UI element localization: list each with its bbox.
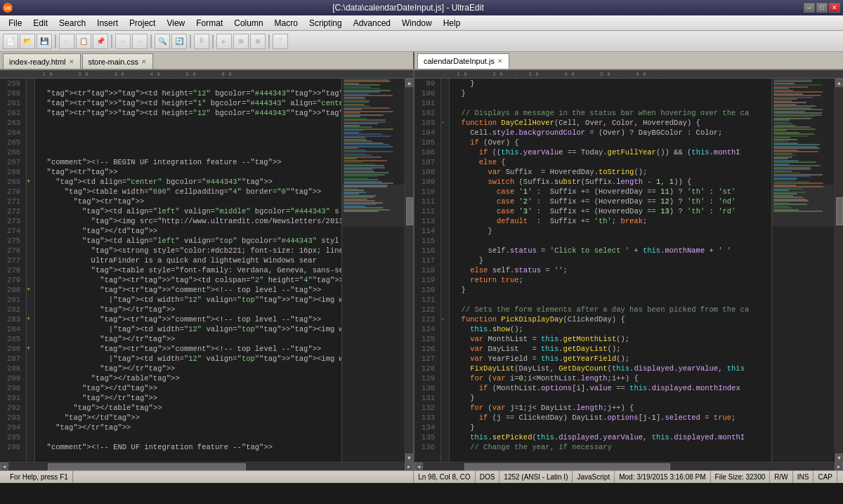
code-line[interactable]: "tag"><tr"tag">>"comment"><!-- top level… (38, 285, 339, 295)
fold-indicator[interactable] (27, 88, 34, 98)
code-line[interactable]: UltraFinder is a quick and lightweight W… (38, 256, 339, 265)
fold-indicator[interactable] (441, 324, 449, 334)
fold-indicator[interactable]: - (441, 314, 449, 324)
fold-indicator[interactable] (27, 256, 34, 265)
right-hscroll-left[interactable]: ◀ (414, 463, 423, 471)
fold-indicator[interactable] (441, 442, 449, 452)
menu-scripting[interactable]: Scripting (303, 17, 348, 29)
code-line[interactable]: if (j == ClickedDay) DayList.options[j-1… (452, 413, 769, 423)
fold-indicator[interactable] (27, 265, 34, 275)
right-scroll-track[interactable] (836, 87, 843, 453)
code-line[interactable]: "tag"></td"tag">> (38, 413, 339, 423)
fold-indicator[interactable] (441, 128, 449, 138)
fold-indicator[interactable] (27, 216, 34, 226)
fold-indicator[interactable] (441, 403, 449, 413)
code-line[interactable] (38, 432, 339, 442)
code-line[interactable]: default : Suffix += 'th'; break; (452, 216, 769, 226)
tab-store-main[interactable]: store-main.css ✕ (82, 53, 154, 69)
right-vscroll[interactable]: ▲ ▼ (835, 79, 843, 462)
code-line[interactable]: return true; (452, 275, 769, 285)
fold-indicator[interactable] (441, 187, 449, 197)
fold-indicator[interactable]: + (27, 344, 34, 354)
code-line[interactable]: "tag"><table width="696" cellpadding="4"… (38, 187, 339, 197)
code-line[interactable]: if ((this.yearValue == Today.getFullYear… (452, 147, 769, 157)
left-scroll-thumb[interactable] (406, 197, 413, 225)
tb-btn-extra2[interactable]: ⏹ (233, 34, 249, 49)
right-hscroll-track[interactable] (423, 463, 835, 470)
fold-indicator[interactable] (441, 138, 449, 147)
tab-close-index-ready[interactable]: ✕ (69, 58, 74, 65)
code-line[interactable]: case '3' : Suffix += (HoveredDay == 13) … (452, 206, 769, 216)
left-scroll-up[interactable]: ▲ (405, 79, 414, 87)
fold-indicator[interactable] (27, 226, 34, 236)
fold-indicator[interactable] (441, 423, 449, 432)
code-line[interactable]: "tag"><tr"tag">>"tag"><td height="1" bgc… (38, 98, 339, 108)
menu-insert[interactable]: Insert (91, 17, 124, 29)
code-line[interactable]: if (MonthList.options[i].value == this.d… (452, 383, 769, 393)
fold-indicator[interactable] (441, 197, 449, 206)
fold-indicator[interactable] (441, 265, 449, 275)
fold-indicator[interactable] (441, 206, 449, 216)
code-line[interactable]: case '1' : Suffix += (HoveredDay == 11) … (452, 187, 769, 197)
code-line[interactable] (38, 118, 339, 128)
code-line[interactable]: "tag"><tr"tag">>"comment"><!-- top level… (38, 344, 339, 354)
find-button[interactable]: 🔍 (155, 34, 170, 49)
menu-view[interactable]: View (161, 17, 190, 29)
code-line[interactable]: "tag"><tr"tag">> (38, 197, 339, 206)
menu-search[interactable]: Search (53, 17, 91, 29)
fold-indicator[interactable]: + (27, 314, 34, 324)
code-line[interactable]: // Change the year, if necessary (452, 442, 769, 452)
tab-index-ready[interactable]: index-ready.html ✕ (3, 53, 81, 69)
close-button[interactable]: ✕ (829, 3, 840, 13)
code-line[interactable]: "tag"><tr"tag">>"tag"><td height="12" bg… (38, 88, 339, 98)
code-line[interactable]: } (452, 256, 769, 265)
fold-indicator[interactable] (441, 344, 449, 354)
fold-indicator[interactable] (27, 373, 34, 383)
fold-indicator[interactable] (441, 236, 449, 246)
code-line[interactable]: // Sets the form elements after a day ha… (452, 305, 769, 314)
fold-indicator[interactable] (441, 177, 449, 187)
fold-indicator[interactable] (27, 413, 34, 423)
save-button[interactable]: 💾 (37, 34, 52, 49)
fold-indicator[interactable] (27, 118, 34, 128)
fold-indicator[interactable] (27, 432, 34, 442)
code-line[interactable]: } (452, 285, 769, 295)
fold-indicator[interactable] (441, 413, 449, 423)
tab-calendar-date[interactable]: calendarDateInput.js ✕ (417, 53, 509, 69)
replace-button[interactable]: 🔄 (171, 34, 187, 49)
fold-indicator[interactable] (27, 197, 34, 206)
code-line[interactable]: "tag"><tr"tag">> (38, 167, 339, 177)
code-line[interactable]: if (Over) { (452, 138, 769, 147)
menu-edit[interactable]: Edit (27, 17, 53, 29)
fold-indicator[interactable] (27, 246, 34, 256)
fold-indicator[interactable] (27, 167, 34, 177)
code-line[interactable]: } (452, 226, 769, 236)
code-line[interactable]: var YearField = this.getYearField(); (452, 354, 769, 364)
code-line[interactable]: "comment"><!-- END UF integration featur… (38, 442, 339, 452)
code-line[interactable]: FixDayList(DayList, GetDayCount(this.dis… (452, 364, 769, 373)
code-line[interactable]: "tag"><td align="left" valign="top" bgco… (38, 236, 339, 246)
fold-indicator[interactable] (27, 442, 34, 452)
fold-indicator[interactable] (441, 226, 449, 236)
code-line[interactable]: "tag"></table"tag">> (38, 403, 339, 413)
left-hscroll-track[interactable] (8, 463, 405, 470)
left-scroll-track[interactable] (406, 87, 413, 453)
code-line[interactable]: } (452, 88, 769, 98)
code-line[interactable]: var MonthList = this.getMonthList(); (452, 334, 769, 344)
copy-button[interactable]: 📋 (76, 34, 91, 49)
fold-indicator[interactable] (27, 334, 34, 344)
minimize-button[interactable]: ─ (804, 3, 815, 13)
code-line[interactable]: "tag"></tr"tag">> (38, 334, 339, 344)
tb-btn-question[interactable]: ? (273, 34, 288, 49)
code-line[interactable]: for (var j=1;j< DayList.length;j++) { (452, 403, 769, 413)
right-hscroll-right[interactable]: ▶ (835, 463, 843, 471)
code-line[interactable]: "tag"><strong style="color:#dcb221; font… (38, 246, 339, 256)
code-line[interactable]: var DayList = this.getDayList(); (452, 344, 769, 354)
code-line[interactable]: "tag"><tr"tag">>"tag"><td colspan="2" he… (38, 275, 339, 285)
fold-indicator[interactable] (441, 364, 449, 373)
code-line[interactable]: "tag"><tr"tag">>"comment"><!-- top level… (38, 314, 339, 324)
code-line[interactable]: this.setPicked(this.displayed.yearValue,… (452, 432, 769, 442)
fold-indicator[interactable] (27, 324, 34, 334)
fold-indicator[interactable] (27, 108, 34, 118)
fold-indicator[interactable] (27, 305, 34, 314)
